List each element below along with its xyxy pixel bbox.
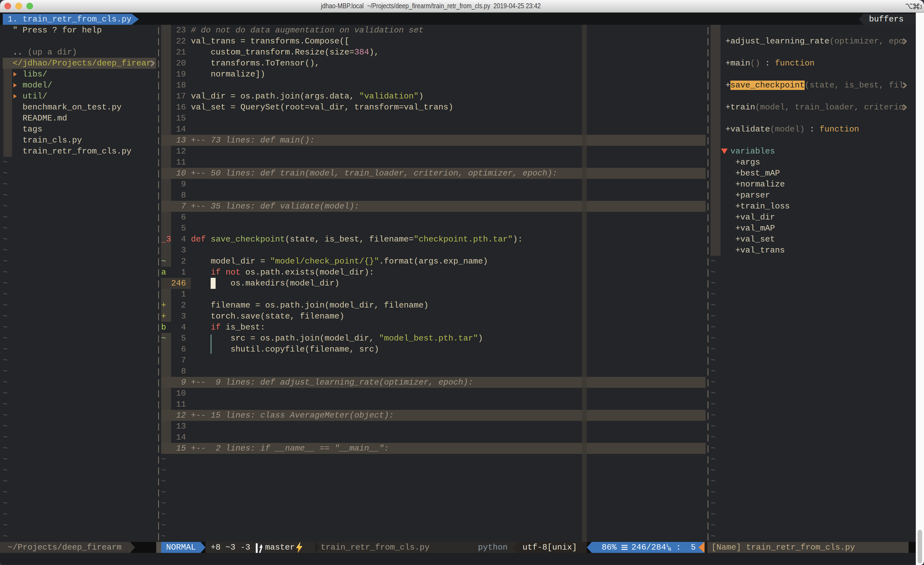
- svg-text:1: 1: [920, 4, 922, 10]
